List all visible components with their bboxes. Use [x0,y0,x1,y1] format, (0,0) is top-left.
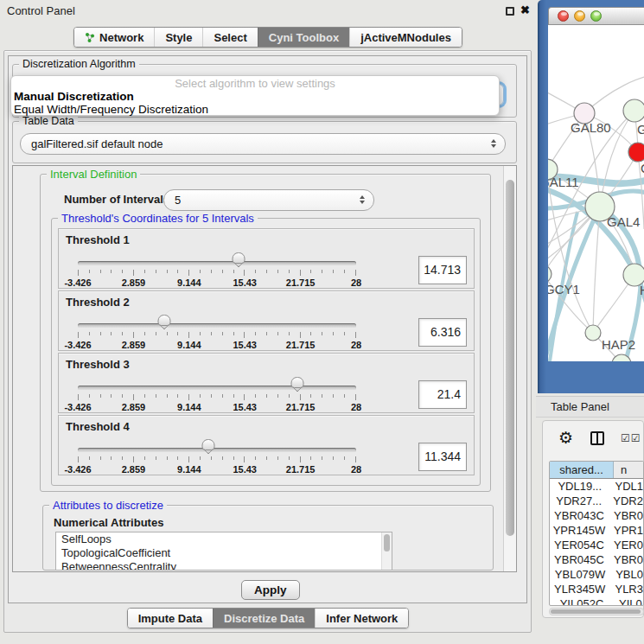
tab-label: Discretize Data [224,612,304,625]
attributes-group-title: Attributes to discretize [49,499,167,512]
float-window-icon[interactable] [506,7,514,16]
checkboxes-icon[interactable]: ☑☑ [621,432,641,444]
tick-label: -3.426 [64,277,91,288]
tick-mark [266,456,267,460]
threshold-value-field[interactable]: 21.4 [418,380,467,409]
node-label-gcy1: GCY1 [548,282,580,296]
minimize-traffic-light-icon[interactable] [574,10,585,22]
slider-track [78,323,356,328]
slider-ticks [78,394,356,401]
tick-mark [133,394,134,400]
node-label-gal11: GAL11 [548,175,579,189]
node-table[interactable]: shared...n YDL19...YDL1YDR27...YDR2YBR04… [549,461,644,606]
zoom-traffic-light-icon[interactable] [590,10,602,22]
tick-mark [188,332,189,338]
table-row[interactable]: YBR045CYBR0 [550,552,643,567]
attribute-item-topologicalcoefficient[interactable]: TopologicalCoefficient [56,546,392,560]
table-row[interactable]: YER054CYER0 [550,538,643,552]
slider-ticks [78,270,356,277]
tick-label: 15.43 [233,277,257,288]
slider-thumb[interactable] [157,315,170,328]
threshold-value-field[interactable]: 6.316 [418,318,467,347]
tab-discretize-data[interactable]: Discretize Data [213,609,315,628]
table-row[interactable]: YDL19...YDL1 [550,479,643,494]
attribute-item-selfloops[interactable]: SelfLoops [56,532,392,546]
network-window-titlebar[interactable] [548,7,644,25]
attributes-group: Attributes to discretize Numerical Attri… [42,505,494,571]
tick-mark [333,456,334,460]
numerical-attributes-label: Numerical Attributes [54,516,163,529]
tick-mark [222,270,223,273]
column-header-shared[interactable]: shared... [550,462,614,478]
threshold-panel-1: Threshold 1-3.4262.8599.14415.4321.71528… [58,228,475,289]
horizontal-scrollbar[interactable] [549,608,644,615]
tab-network[interactable]: Network [74,28,154,47]
tick-mark [333,332,334,335]
threshold-slider[interactable]: -3.4262.8599.14415.4321.71528 [73,374,367,412]
tab-cyni-toolbox[interactable]: Cyni Toolbox [258,28,349,47]
table-data-combo[interactable]: galFiltered.sif default node [20,133,506,155]
horizontal-scrollbar-thumb[interactable] [551,609,641,614]
attributes-scrollbar-thumb[interactable] [384,534,390,552]
tab-select[interactable]: Select [202,28,257,47]
network-node-ga[interactable] [623,99,644,122]
tick-mark [222,332,223,335]
network-canvas[interactable]: GAL80GACGAL11GAL4GCY1HHAP2 [548,25,644,361]
threshold-slider[interactable]: -3.4262.8599.14415.4321.71528 [73,312,367,350]
dropdown-option-equal-width-frequency[interactable]: Equal Width/Frequency Discretization [11,103,499,116]
tick-mark [156,270,156,273]
tab-label: Network [99,31,143,44]
network-node-hap2[interactable] [585,325,601,341]
tick-mark [211,394,212,398]
gear-icon[interactable]: ⚙ [558,428,573,448]
tab-infer-network[interactable]: Infer Network [315,609,408,628]
threshold-slider[interactable]: -3.4262.8599.14415.4321.71528 [73,250,367,288]
threshold-value-field[interactable]: 14.713 [418,256,467,284]
tick-mark [89,394,90,398]
table-row[interactable]: YPR145WYPR1 [550,523,643,538]
vertical-scrollbar[interactable] [503,166,516,571]
table-row[interactable]: YIL052CYIL0 [550,596,643,606]
tab-impute-data[interactable]: Impute Data [128,609,213,628]
table-row[interactable]: YBR043CYBR0 [550,508,643,523]
tick-label: -3.426 [64,464,91,475]
tick-mark [310,332,311,335]
close-traffic-light-icon[interactable] [558,10,569,22]
number-of-intervals-spinner[interactable]: 5 [163,189,374,211]
tick-mark [333,270,334,273]
tick-mark [100,394,101,398]
slider-thumb[interactable] [232,252,245,266]
tab-label: Cyni Toolbox [269,31,339,44]
numerical-attributes-list[interactable]: SelfLoopsTopologicalCoefficientBetweenne… [55,532,392,571]
tab-style[interactable]: Style [154,28,202,47]
tick-label: 15.43 [233,402,257,412]
threshold-label: Threshold 1 [66,233,130,246]
threshold-slider[interactable]: -3.4262.8599.14415.4321.71528 [73,437,367,475]
apply-button[interactable]: Apply [241,580,300,600]
network-node-c[interactable] [628,143,644,162]
tick-mark [277,456,278,460]
tick-label: 9.144 [177,402,201,412]
tick-mark [89,332,90,335]
columns-icon[interactable] [590,431,604,445]
dropdown-option-manual-discretization[interactable]: Manual Discretization [11,90,499,103]
attributes-scrollbar[interactable] [381,532,392,570]
column-header-n[interactable]: n [614,462,643,478]
slider-thumb[interactable] [291,377,304,391]
vertical-scrollbar-thumb[interactable] [506,180,514,536]
network-node-gcy1[interactable] [548,265,552,283]
attribute-item-betweennesscentrality[interactable]: BetweennessCentrality [56,560,392,571]
close-icon[interactable]: ✖ [520,3,530,16]
slider-thumb[interactable] [202,439,215,453]
table-row[interactable]: YLR345WYLR3 [550,582,643,596]
table-row[interactable]: YBL079WYBL0 [550,567,643,582]
threshold-value-field[interactable]: 11.344 [418,443,467,471]
tick-mark [277,394,278,398]
tick-mark [100,456,101,460]
table-row[interactable]: YDR27...YDR2 [550,494,643,508]
tick-mark [233,332,234,335]
tick-mark [310,456,311,460]
cell-name: YBL0 [610,567,643,582]
tab-jactivemnodules[interactable]: jActiveMNodules [349,28,462,47]
threshold-panel-4: Threshold 4-3.4262.8599.14415.4321.71528… [58,415,475,475]
